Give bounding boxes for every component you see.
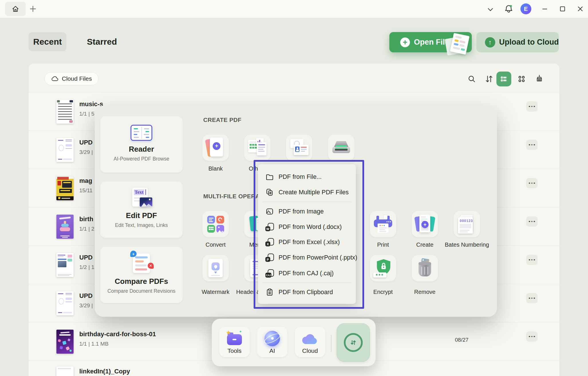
cloud-files-filter[interactable]: Cloud Files: [44, 72, 98, 85]
id-card-icon: [290, 139, 309, 156]
menu-item-pdf-from-word[interactable]: W PDF from Word (.docx): [258, 219, 356, 235]
menu-item-label: PDF from CAJ (.caj): [279, 270, 334, 277]
watermark-icon: [208, 259, 223, 277]
tab-list-chevron[interactable]: [487, 6, 494, 13]
encrypt-icon: ***: [373, 258, 393, 278]
menu-item-pdf-from-image[interactable]: PDF from Image: [258, 204, 356, 219]
clipboard-icon: [265, 288, 274, 296]
list-view-button[interactable]: [496, 72, 511, 86]
edit-pdf-card[interactable]: Text Edit PDF Edit Text, Images, Links: [100, 181, 183, 238]
file-name: UPD: [79, 292, 92, 300]
dock-ai-button[interactable]: AI: [257, 327, 287, 357]
tile-label-remove: Remove: [396, 289, 453, 295]
menu-item-label: PDF from Word (.docx): [279, 223, 342, 231]
edit-icon-text: Text: [134, 189, 144, 195]
tab-recent[interactable]: Recent: [29, 32, 66, 51]
compare-pdfs-card-title: Compare PDFs: [115, 277, 168, 286]
powerpoint-file-icon: P: [265, 253, 274, 262]
menu-item-label: PDF from Clipboard: [279, 289, 333, 296]
file-meta: 1/1 | 5: [79, 111, 94, 117]
file-meta: 1/1 | 2: [79, 226, 94, 232]
dock-tools-button[interactable]: ★ ✦ Tools: [219, 327, 250, 357]
reader-card[interactable]: Reader AI-Powered PDF Browse: [100, 116, 183, 173]
dock-cloud-icon: [301, 333, 319, 346]
home-tab[interactable]: [5, 2, 26, 16]
file-name: mag: [79, 177, 92, 185]
file-thumbnail: [56, 176, 74, 200]
tab-starred-label: Starred: [87, 37, 117, 47]
other-formats-icon: [248, 138, 267, 157]
open-file-label: Open File: [414, 38, 449, 47]
remove-tile[interactable]: [412, 255, 438, 281]
papers-illustration: [445, 34, 469, 54]
new-tab-button[interactable]: [29, 5, 37, 13]
create-scanner-tile[interactable]: [328, 134, 354, 161]
menu-item-pdf-from-clipboard[interactable]: PDF from Clipboard: [258, 284, 356, 300]
menu-item-pdf-from-caj[interactable]: CAJ PDF from CAJ (.caj): [258, 266, 356, 281]
dock-cloud-button[interactable]: Cloud: [295, 327, 325, 357]
word-file-icon: W: [265, 222, 274, 231]
menu-item-pdf-from-excel[interactable]: X PDF from Excel (.xlsx): [258, 234, 356, 250]
tile-label-bates-numbering: Bates Numbering: [438, 242, 496, 248]
edit-pdf-card-subtitle: Edit Text, Images, Links: [115, 222, 168, 228]
notifications-bell-icon[interactable]: [503, 3, 514, 14]
clean-broom-icon[interactable]: [532, 72, 547, 86]
minimize-button[interactable]: [540, 4, 550, 14]
convert-tile[interactable]: [202, 211, 229, 237]
print-tile[interactable]: [370, 211, 396, 237]
file-meta: 3/29 |: [79, 149, 93, 155]
file-meta: 3/29 |: [79, 302, 93, 309]
row-more-button[interactable]: [526, 101, 538, 112]
blank-pdf-icon: +: [208, 138, 224, 158]
menu-item-pdf-from-powerpoint[interactable]: P PDF from PowerPoint (.pptx): [258, 250, 356, 265]
encrypt-tile[interactable]: ***: [370, 255, 396, 281]
bates-numbering-tile[interactable]: 000123: [454, 211, 480, 237]
dock-sync-button[interactable]: [337, 323, 370, 362]
open-file-button[interactable]: + Open File: [389, 32, 472, 52]
watermark-tile[interactable]: [202, 255, 229, 281]
search-icon[interactable]: [464, 72, 479, 86]
row-more-button[interactable]: [526, 140, 538, 150]
row-more-button[interactable]: [526, 216, 538, 227]
create-others-tile[interactable]: [244, 134, 271, 161]
file-meta: 15/11: [79, 187, 92, 194]
row-more-button[interactable]: [526, 255, 538, 265]
dock-ai-label: AI: [269, 347, 275, 354]
compare-pdfs-card[interactable]: + ✕ Compare PDFs Compare Document Revisi…: [100, 247, 183, 303]
file-name: linkedIn(1)_Copy: [79, 368, 130, 375]
sort-icon[interactable]: [482, 72, 496, 86]
file-thumbnail: [56, 253, 74, 277]
close-button[interactable]: [575, 4, 585, 14]
upload-to-cloud-button[interactable]: ↑ Upload to Cloud: [476, 32, 559, 52]
reader-icon: [131, 124, 152, 142]
row-more-button[interactable]: [526, 178, 538, 188]
row-more-button[interactable]: [526, 293, 538, 303]
tab-recent-label: Recent: [33, 37, 62, 47]
create-batch-tile[interactable]: +: [412, 211, 438, 237]
create-blank-tile[interactable]: +: [202, 134, 229, 161]
file-date: 08/27: [455, 337, 469, 343]
edit-pdf-icon: Text: [130, 187, 153, 208]
menu-item-pdf-from-file[interactable]: PDF from File...: [258, 169, 356, 185]
create-id-card-tile[interactable]: [286, 134, 312, 161]
sync-arrows-icon: [349, 338, 358, 347]
sync-progress-ring: [344, 333, 363, 352]
tab-starred[interactable]: Starred: [82, 32, 121, 51]
menu-divider: [263, 283, 351, 283]
avatar[interactable]: E: [520, 3, 531, 14]
tools-icon: ★ ✦: [226, 331, 242, 346]
plus-circle-icon: +: [400, 37, 410, 47]
titlebar: E: [0, 0, 588, 18]
image-icon: [265, 207, 274, 216]
home-icon: [11, 5, 20, 13]
upload-arrow-icon: ↑: [485, 37, 495, 48]
menu-item-label: Create Multiple PDF Files: [279, 189, 349, 196]
maximize-button[interactable]: [558, 4, 567, 14]
grid-view-button[interactable]: [514, 72, 529, 86]
row-more-button[interactable]: [526, 331, 538, 342]
menu-item-label: PDF from PowerPoint (.pptx): [279, 254, 357, 261]
create-pdf-header: CREATE PDF: [203, 116, 241, 123]
file-meta: 1/1 | 1.1 MB: [79, 341, 108, 347]
upload-to-cloud-label: Upload to Cloud: [499, 38, 559, 47]
menu-item-create-multiple[interactable]: Create Multiple PDF Files: [258, 185, 356, 200]
